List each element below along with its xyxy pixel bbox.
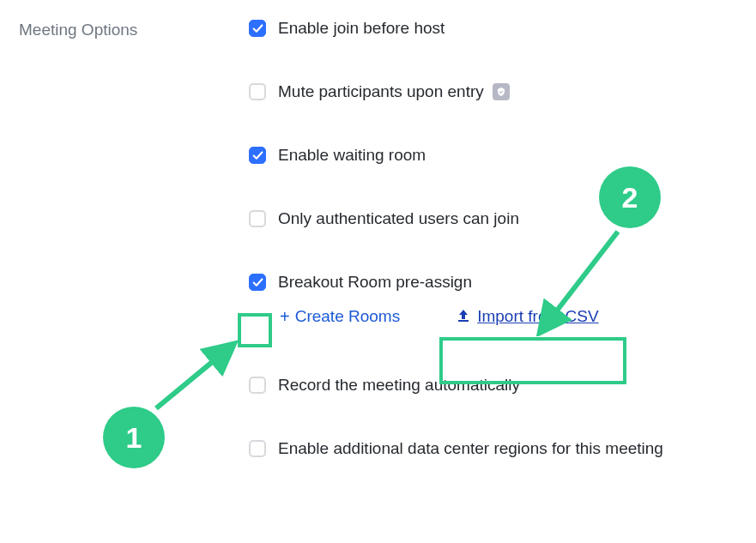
check-icon bbox=[252, 23, 263, 34]
checkbox-additional-dc[interactable] bbox=[249, 440, 266, 457]
checkbox-enable-join-before-host[interactable] bbox=[249, 20, 266, 37]
annotation-callout-1: 1 bbox=[103, 407, 165, 468]
checkbox-mute-participants[interactable] bbox=[249, 83, 266, 100]
option-breakout-preassign: Breakout Room pre-assign bbox=[249, 273, 663, 292]
upload-icon bbox=[457, 307, 470, 326]
checkbox-only-authenticated[interactable] bbox=[249, 210, 266, 227]
option-label: Breakout Room pre-assign bbox=[278, 273, 472, 292]
option-label: Enable additional data center regions fo… bbox=[278, 439, 663, 458]
check-icon bbox=[252, 277, 263, 288]
import-from-csv-button[interactable]: Import from CSV bbox=[445, 299, 610, 335]
create-rooms-label: Create Rooms bbox=[295, 307, 401, 326]
plus-icon: + bbox=[280, 307, 290, 327]
svg-line-1 bbox=[156, 347, 231, 408]
option-label: Record the meeting automatically bbox=[278, 376, 520, 395]
option-mute-participants: Mute participants upon entry bbox=[249, 82, 663, 101]
meeting-options-list: Enable join before host Mute participant… bbox=[249, 19, 663, 503]
import-csv-label: Import from CSV bbox=[477, 307, 598, 326]
annotation-arrow-1 bbox=[148, 338, 239, 417]
check-icon bbox=[252, 150, 263, 161]
checkbox-enable-waiting-room[interactable] bbox=[249, 147, 266, 164]
locked-icon bbox=[493, 83, 510, 100]
option-only-authenticated: Only authenticated users can join bbox=[249, 209, 663, 228]
option-label: Mute participants upon entry bbox=[278, 82, 484, 101]
breakout-sub-actions: + Create Rooms Import from CSV bbox=[280, 299, 663, 335]
option-label: Enable join before host bbox=[278, 19, 445, 38]
section-label: Meeting Options bbox=[19, 21, 137, 39]
create-rooms-button[interactable]: + Create Rooms bbox=[280, 307, 400, 327]
option-label: Only authenticated users can join bbox=[278, 209, 519, 228]
checkbox-record-auto[interactable] bbox=[249, 377, 266, 394]
option-enable-join-before-host: Enable join before host bbox=[249, 19, 663, 38]
option-record-auto: Record the meeting automatically bbox=[249, 376, 663, 395]
option-enable-waiting-room: Enable waiting room bbox=[249, 146, 663, 165]
checkbox-breakout-preassign[interactable] bbox=[249, 274, 266, 291]
option-additional-dc: Enable additional data center regions fo… bbox=[249, 439, 663, 458]
option-label: Enable waiting room bbox=[278, 146, 426, 165]
